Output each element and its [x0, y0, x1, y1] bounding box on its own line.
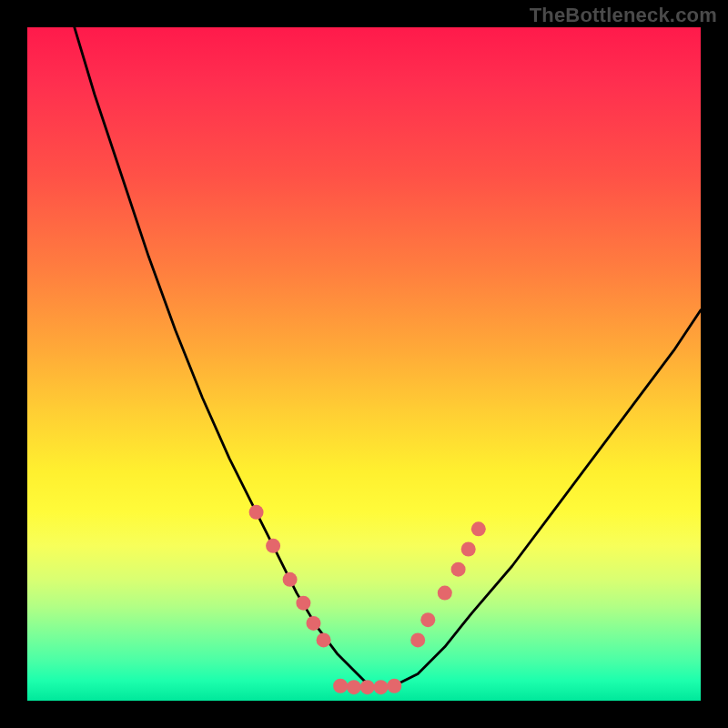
marker-dot — [347, 680, 361, 694]
plot-area — [27, 27, 701, 701]
marker-dot — [420, 612, 435, 627]
marker-dot — [283, 572, 298, 587]
marker-dot — [461, 542, 476, 557]
marker-dot — [471, 521, 486, 536]
marker-dot — [296, 596, 310, 611]
marker-dot — [374, 680, 389, 694]
marker-dot — [333, 679, 348, 693]
marker-dot — [438, 586, 452, 601]
chart-overlay — [27, 27, 701, 701]
chart-frame: TheBottleneck.com — [0, 0, 728, 728]
marker-dot — [410, 632, 425, 647]
marker-dot — [266, 539, 280, 553]
marker-dot — [387, 679, 401, 693]
bottleneck-curve — [75, 27, 701, 687]
marker-dot — [360, 680, 375, 694]
watermark-text: TheBottleneck.com — [530, 4, 717, 27]
marker-dot — [317, 632, 331, 647]
highlight-markers — [249, 505, 486, 694]
marker-dot — [451, 562, 466, 577]
marker-dot — [249, 505, 264, 520]
marker-dot — [307, 616, 321, 631]
